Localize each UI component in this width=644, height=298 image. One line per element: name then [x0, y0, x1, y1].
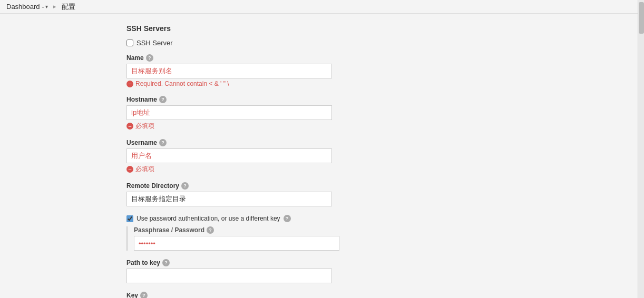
username-error-icon: –	[126, 166, 133, 173]
hostname-error: – 必填项	[126, 122, 464, 131]
key-help-icon[interactable]: ?	[140, 292, 148, 298]
breadcrumb-arrow: ▸	[53, 3, 56, 10]
key-label: Key ?	[126, 292, 464, 298]
name-help-icon[interactable]: ?	[146, 54, 153, 62]
use-password-group: Use password authentication, or use a di…	[126, 215, 464, 251]
name-label: Name ?	[126, 54, 464, 62]
passphrase-section: Passphrase / Password ?	[126, 226, 464, 251]
use-password-row: Use password authentication, or use a di…	[126, 215, 464, 222]
path-to-key-input[interactable]	[126, 269, 332, 283]
ssh-server-label: SSH Server	[136, 39, 173, 47]
path-to-key-group: Path to key ?	[126, 259, 464, 283]
topbar: Dashboard - ▾ ▸ 配置	[0, 0, 644, 14]
path-to-key-label: Path to key ?	[126, 259, 464, 266]
hostname-help-icon[interactable]: ?	[159, 96, 167, 103]
passphrase-input[interactable]	[134, 236, 339, 251]
dashboard-link[interactable]: Dashboard - ▾	[6, 3, 48, 11]
use-password-label: Use password authentication, or use a di…	[136, 215, 280, 222]
username-label: Username ?	[126, 139, 464, 146]
breadcrumb-config: 配置	[62, 2, 75, 12]
remote-dir-input[interactable]	[126, 192, 332, 206]
username-field-group: Username ? – 必填项	[126, 139, 464, 174]
name-field-group: Name ? – Required. Cannot contain < & ' …	[126, 54, 464, 87]
section-title: SSH Servers	[126, 24, 464, 33]
name-error: – Required. Cannot contain < & ' " \	[126, 80, 464, 87]
passphrase-help-icon[interactable]: ?	[207, 226, 214, 234]
ssh-server-block: SSH Server Name ? – Required. Cannot con…	[126, 39, 464, 298]
username-error: – 必填项	[126, 165, 464, 174]
path-to-key-help-icon[interactable]: ?	[162, 259, 170, 266]
ssh-server-checkbox[interactable]	[126, 39, 133, 46]
use-password-help-icon[interactable]: ?	[284, 215, 291, 222]
passphrase-label: Passphrase / Password ?	[134, 226, 464, 234]
dashboard-dropdown-icon[interactable]: ▾	[45, 4, 48, 9]
hostname-input[interactable]	[126, 105, 332, 120]
hostname-error-icon: –	[126, 123, 133, 130]
scrollbar-thumb[interactable]	[639, 2, 644, 34]
name-error-icon: –	[126, 81, 133, 87]
scrollbar[interactable]	[638, 0, 644, 298]
name-input[interactable]	[126, 64, 332, 78]
use-password-checkbox[interactable]	[126, 215, 133, 222]
ssh-server-header: SSH Server	[126, 39, 464, 47]
remote-dir-help-icon[interactable]: ?	[181, 182, 189, 190]
dashboard-label: Dashboard -	[6, 3, 44, 11]
username-input[interactable]	[126, 148, 332, 163]
remote-dir-field-group: Remote Directory ?	[126, 182, 464, 206]
username-help-icon[interactable]: ?	[159, 139, 167, 146]
key-group: Key ?	[126, 292, 464, 298]
remote-dir-label: Remote Directory ?	[126, 182, 464, 190]
main-content: SSH Servers SSH Server Name ? – Required…	[111, 14, 480, 298]
hostname-field-group: Hostname ? – 必填项	[126, 96, 464, 131]
hostname-label: Hostname ?	[126, 96, 464, 103]
